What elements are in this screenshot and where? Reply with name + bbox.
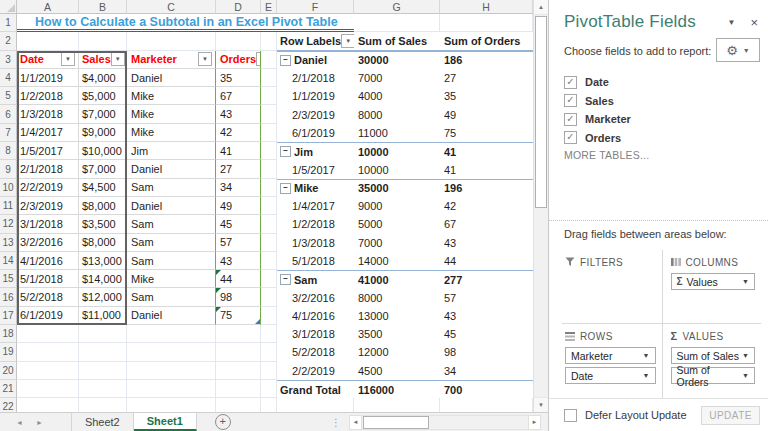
cell-H12[interactable]: 67 [440, 215, 533, 233]
cell-A16[interactable]: 5/2/2018 [17, 288, 79, 306]
row-header-22[interactable]: 22 [0, 398, 17, 412]
cell-C16[interactable]: Sam [127, 288, 216, 306]
cell-A5[interactable]: 1/2/2018 [17, 87, 79, 105]
cell-E7[interactable] [261, 124, 277, 142]
cell-F5[interactable]: 1/1/2019 [277, 87, 354, 105]
chevron-down-icon[interactable]: ▼ [742, 278, 749, 285]
cell-H13[interactable]: 43 [440, 234, 533, 252]
row-header-13[interactable]: 13 [0, 234, 17, 252]
scroll-down-icon[interactable]: ▼ [534, 397, 548, 412]
row-header-10[interactable]: 10 [0, 179, 17, 197]
cell-E2[interactable] [261, 32, 277, 50]
cell-G6[interactable]: 8000 [354, 105, 440, 123]
cell-D8[interactable]: 41 [216, 142, 261, 160]
row-header-1[interactable]: 1 [0, 14, 17, 32]
cell-C11[interactable]: Daniel [127, 197, 216, 215]
tab-sheet2[interactable]: Sheet2 [71, 413, 134, 431]
cell-A10[interactable]: 2/2/2019 [17, 179, 79, 197]
cell-A18[interactable] [17, 325, 79, 343]
pane-options-chevron-icon[interactable]: ▼ [727, 18, 735, 27]
row-header-19[interactable]: 19 [0, 343, 17, 361]
checkbox-marketer[interactable]: ✓ [564, 113, 577, 126]
cell-B14[interactable]: $13,000 [79, 252, 127, 270]
cell-G11[interactable]: 9000 [354, 197, 440, 215]
cell-C4[interactable]: Daniel [127, 69, 216, 87]
cell-C13[interactable]: Sam [127, 234, 216, 252]
cell-D11[interactable]: 49 [216, 197, 261, 215]
col-header-A[interactable]: A [17, 0, 79, 14]
cell-C14[interactable]: Sam [127, 252, 216, 270]
scroll-left-icon[interactable]: ◄ [349, 415, 362, 430]
cell-D7[interactable]: 42 [216, 124, 261, 142]
collapse-button-jim[interactable]: − [280, 146, 291, 157]
col-header-B[interactable]: B [79, 0, 127, 14]
cell-A19[interactable] [17, 343, 79, 361]
cell-H10[interactable]: 196 [440, 179, 533, 197]
filters-area[interactable]: FILTERS [562, 250, 662, 323]
cell-G12[interactable]: 5000 [354, 215, 440, 233]
area-field-date[interactable]: Date ▼ [565, 367, 656, 384]
cell-B13[interactable]: $8,000 [79, 234, 127, 252]
cell-F19[interactable]: 5/2/2018 [277, 343, 354, 361]
rows-area[interactable]: ROWS Marketer ▼ Date ▼ [562, 323, 662, 398]
cell-H5[interactable]: 35 [440, 87, 533, 105]
cell-B15[interactable]: $14,000 [79, 270, 127, 288]
cell-G1[interactable] [354, 14, 440, 32]
cell-B16[interactable]: $12,000 [79, 288, 127, 306]
cell-C3[interactable]: Marketer▼ [127, 51, 216, 69]
cell-C21[interactable] [127, 380, 216, 398]
cell-B11[interactable]: $8,000 [79, 197, 127, 215]
cell-G9[interactable]: 10000 [354, 160, 440, 178]
cell-C19[interactable] [127, 343, 216, 361]
checkbox-orders[interactable]: ✓ [564, 131, 577, 144]
cell-E12[interactable] [261, 215, 277, 233]
cell-B21[interactable] [79, 380, 127, 398]
cell-B3[interactable]: Sales▼ [79, 51, 127, 69]
cell-D15[interactable]: 44 [216, 270, 261, 288]
tools-gear-button[interactable]: ⚙ ▼ [716, 38, 760, 62]
defer-layout-checkbox[interactable] [564, 409, 577, 422]
filter-dropdown-marketer[interactable]: ▼ [198, 52, 212, 66]
cell-C2[interactable] [127, 32, 216, 50]
pane-close-icon[interactable]: × [750, 15, 758, 30]
cell-D4[interactable]: 35 [216, 69, 261, 87]
area-field-marketer[interactable]: Marketer ▼ [565, 347, 656, 364]
collapse-button-sam[interactable]: − [280, 274, 291, 285]
cell-D18[interactable] [216, 325, 261, 343]
cell-E9[interactable] [261, 160, 277, 178]
checkbox-sales[interactable]: ✓ [564, 94, 577, 107]
row-header-18[interactable]: 18 [0, 325, 17, 343]
col-header-C[interactable]: C [127, 0, 216, 14]
cell-D14[interactable]: 43 [216, 252, 261, 270]
row-header-5[interactable]: 5 [0, 87, 17, 105]
cell-A21[interactable] [17, 380, 79, 398]
cell-G16[interactable]: 8000 [354, 288, 440, 306]
cell-F6[interactable]: 2/3/2019 [277, 105, 354, 123]
area-field-sum-of-sales[interactable]: Sum of Sales ▼ [671, 347, 756, 364]
cell-G17[interactable]: 13000 [354, 307, 440, 325]
cell-C5[interactable]: Mike [127, 87, 216, 105]
cell-G4[interactable]: 7000 [354, 69, 440, 87]
cell-D10[interactable]: 34 [216, 179, 261, 197]
cell-E13[interactable] [261, 234, 277, 252]
cell-A6[interactable]: 1/3/2018 [17, 105, 79, 123]
cell-F15[interactable]: −Sam [277, 270, 354, 288]
cell-H9[interactable]: 41 [440, 160, 533, 178]
cell-E4[interactable] [261, 69, 277, 87]
cell-E21[interactable] [261, 380, 277, 398]
cell-A2[interactable] [17, 32, 79, 50]
row-header-20[interactable]: 20 [0, 362, 17, 380]
cell-G10[interactable]: 35000 [354, 179, 440, 197]
cell-H3[interactable]: 186 [440, 51, 533, 69]
cell-H20[interactable]: 34 [440, 362, 533, 380]
more-tables-link[interactable]: MORE TABLES... [564, 149, 649, 161]
row-header-12[interactable]: 12 [0, 215, 17, 233]
tab-scroll-gripper[interactable]: ⋮ [331, 417, 341, 428]
filter-dropdown-sales[interactable]: ▼ [111, 52, 125, 66]
cell-D13[interactable]: 57 [216, 234, 261, 252]
values-area[interactable]: Σ VALUES Sum of Sales ▼ Sum of Orders ▼ [662, 323, 762, 398]
col-header-F[interactable]: F [277, 0, 354, 14]
row-header-17[interactable]: 17 [0, 307, 17, 325]
area-field-values[interactable]: Σ Values ▼ [671, 273, 756, 290]
cell-A17[interactable]: 6/1/2019 [17, 307, 79, 325]
